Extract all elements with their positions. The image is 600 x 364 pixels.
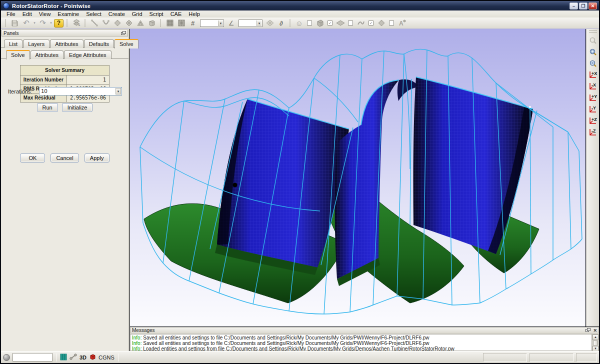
zoom-actual-icon[interactable] xyxy=(588,58,598,68)
show-domains-icon[interactable] xyxy=(335,18,346,28)
log-line: Info: Loaded entities and settings from … xyxy=(132,346,590,351)
grid-mode-icon xyxy=(60,354,67,362)
view-minus-z-button[interactable]: -Z xyxy=(588,127,598,138)
boundary-condition-icon[interactable]: ∂ xyxy=(276,18,286,28)
solve-domain-icon[interactable] xyxy=(264,18,275,28)
view-minus-x-button[interactable]: -X xyxy=(588,81,598,92)
show-connectors-icon[interactable] xyxy=(356,18,366,28)
svg-text:A: A xyxy=(399,20,404,27)
connectors-visibility-checkbox[interactable]: ✓ xyxy=(368,20,374,26)
domains-visibility-checkbox[interactable] xyxy=(348,20,353,26)
undo-icon[interactable]: ↶ xyxy=(21,18,32,28)
redo-icon[interactable]: ↷ xyxy=(38,18,48,28)
menu-view[interactable]: View xyxy=(36,10,54,18)
angle-combo[interactable]: ▼ xyxy=(238,20,262,27)
show-spacings-icon[interactable]: A xyxy=(396,18,407,28)
help-icon[interactable]: ? xyxy=(54,19,64,28)
sources-visibility-checkbox[interactable] xyxy=(389,20,394,26)
menu-file[interactable]: File xyxy=(3,10,19,18)
menu-grid[interactable]: Grid xyxy=(128,10,146,18)
divider xyxy=(56,354,56,362)
ok-button[interactable]: OK xyxy=(20,154,45,162)
create-domain-icon[interactable] xyxy=(112,18,122,28)
menu-edit[interactable]: Edit xyxy=(19,10,36,18)
view-plus-y-button[interactable]: +Y xyxy=(588,92,598,103)
menu-help[interactable]: Help xyxy=(185,10,204,18)
subtab-solve[interactable]: Solve xyxy=(6,50,30,60)
svg-text:-Z: -Z xyxy=(592,128,596,134)
close-panel-icon[interactable]: ✕ xyxy=(593,328,597,333)
messages-log[interactable]: Info: Saved all entities and settings to… xyxy=(130,334,592,351)
messages-scrollbar[interactable]: ▲ ▼ xyxy=(592,334,599,351)
blocks-visibility-checkbox[interactable]: ✓ xyxy=(328,20,332,26)
unstructured-grid-icon[interactable] xyxy=(176,18,186,28)
messages-title: Messages xyxy=(132,328,155,333)
menu-cae[interactable]: CAE xyxy=(167,10,186,18)
toolbar-grip[interactable] xyxy=(84,19,86,27)
restore-button[interactable]: ❐ xyxy=(579,2,588,10)
tab-attributes[interactable]: Attributes xyxy=(50,40,83,48)
view-plus-x-button[interactable]: +X xyxy=(588,70,598,80)
show-blocks-icon[interactable] xyxy=(314,18,325,28)
menu-create[interactable]: Create xyxy=(105,10,128,18)
cancel-button[interactable]: Cancel xyxy=(50,154,78,162)
svg-text:-Y: -Y xyxy=(592,106,596,110)
iterations-combo[interactable]: 10 ▼ xyxy=(39,87,122,96)
menu-select[interactable]: Select xyxy=(82,10,105,18)
database-visibility-checkbox[interactable] xyxy=(307,20,312,26)
toolbar-grip[interactable] xyxy=(4,19,7,27)
row-value: 1 xyxy=(66,76,109,84)
divider xyxy=(118,354,118,362)
tab-defaults[interactable]: Defaults xyxy=(84,40,114,48)
structured-grid-icon[interactable] xyxy=(164,18,175,28)
create-curve-icon[interactable] xyxy=(100,18,111,28)
svg-text:+Z: +Z xyxy=(592,117,597,122)
mesh-scene xyxy=(130,29,586,326)
save-icon[interactable] xyxy=(10,18,20,28)
panels-dock: Panels List Layers Attributes Defaults S… xyxy=(1,29,130,351)
grid-point-marker[interactable] xyxy=(233,183,238,188)
redo-dropdown-icon[interactable]: ▾ xyxy=(49,18,53,28)
toolbar-grip[interactable] xyxy=(160,19,162,27)
view-minus-y-button[interactable]: -Y xyxy=(588,104,598,114)
float-panel-icon[interactable] xyxy=(586,328,590,332)
close-button[interactable]: ✕ xyxy=(588,2,597,10)
subtab-edge-attributes[interactable]: Edge Attributes xyxy=(64,50,112,59)
chevron-down-icon[interactable]: ▼ xyxy=(218,20,223,26)
scroll-up-icon[interactable]: ▲ xyxy=(592,334,598,340)
tab-list[interactable]: List xyxy=(4,40,22,48)
chevron-down-icon[interactable]: ▼ xyxy=(256,20,262,26)
view-toolbar: +X -X +Y -Y +Z -Z xyxy=(586,29,599,326)
show-sources-icon[interactable] xyxy=(376,18,386,28)
toolbar-grip[interactable] xyxy=(289,19,292,27)
minimize-button[interactable]: – xyxy=(570,2,578,10)
undo-dropdown-icon[interactable]: ▾ xyxy=(32,18,36,28)
extrude-icon[interactable] xyxy=(135,18,146,28)
toolbar-grip[interactable] xyxy=(590,30,596,33)
tab-solve[interactable]: Solve xyxy=(114,39,138,48)
create-connector-icon[interactable] xyxy=(89,18,100,28)
toolbar-grip[interactable] xyxy=(66,19,68,27)
initialize-button[interactable]: Initialize xyxy=(62,103,93,112)
chevron-down-icon[interactable]: ▼ xyxy=(116,88,121,94)
tab-layers[interactable]: Layers xyxy=(23,40,50,48)
assemble-domain-icon[interactable] xyxy=(124,18,134,28)
3d-viewport[interactable] xyxy=(130,29,586,326)
apply-button[interactable]: Apply xyxy=(84,154,110,162)
show-database-icon[interactable]: ☺ xyxy=(294,18,304,28)
panels-tab-bar: List Layers Attributes Defaults Solve xyxy=(1,37,128,48)
scrollbar-thumb[interactable] xyxy=(593,340,598,346)
menu-examine[interactable]: Examine xyxy=(54,10,82,18)
create-block-icon[interactable] xyxy=(146,18,157,28)
zoom-to-fit-icon[interactable] xyxy=(588,46,598,57)
layers-icon[interactable]: + xyxy=(71,18,82,28)
zoom-icon[interactable] xyxy=(588,35,598,46)
dimension-combo[interactable]: ▼ xyxy=(200,20,224,27)
view-plus-z-button[interactable]: +Z xyxy=(588,116,598,126)
menu-script[interactable]: Script xyxy=(146,10,167,18)
app-logo-icon xyxy=(3,2,10,9)
float-panel-icon[interactable] xyxy=(121,31,126,36)
subtab-attributes[interactable]: Attributes xyxy=(30,50,64,59)
svg-text:+Y: +Y xyxy=(592,94,597,99)
run-button[interactable]: Run xyxy=(37,103,58,112)
